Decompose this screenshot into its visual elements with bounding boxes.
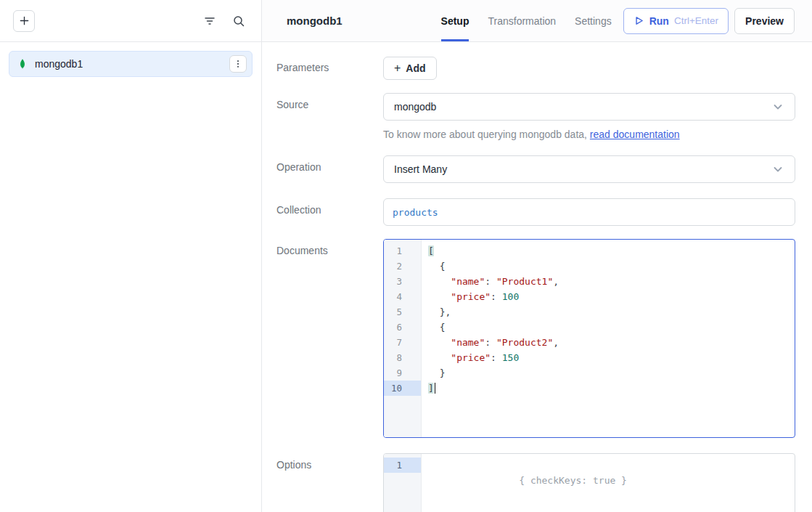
query-header: mongodb1 Setup Transformation Settings R… xyxy=(262,0,812,42)
line-number: 1 xyxy=(384,458,421,473)
query-panel: mongodb1 Setup Transformation Settings R… xyxy=(262,0,812,512)
collection-row: Collection products xyxy=(276,198,795,226)
chevron-down-icon xyxy=(771,100,784,113)
tab-transformation[interactable]: Transformation xyxy=(488,0,556,41)
code-line[interactable]: "price": 150 xyxy=(428,350,795,365)
line-number: 2 xyxy=(384,259,421,274)
tab-setup[interactable]: Setup xyxy=(441,0,469,41)
operation-select-value: Insert Many xyxy=(394,163,447,175)
documents-row: Documents 12345678910 [ { "name": "Produ… xyxy=(276,239,795,438)
filter-icon[interactable] xyxy=(200,12,219,31)
code-token: , xyxy=(553,276,559,287)
query-list: mongodb1 xyxy=(0,42,261,86)
query-list-item-mongodb1[interactable]: mongodb1 xyxy=(9,51,253,77)
parameters-row: Parameters + Add xyxy=(276,57,795,80)
kebab-icon xyxy=(234,60,242,68)
line-number: 7 xyxy=(384,335,421,350)
query-form: Parameters + Add Source mongodb xyxy=(262,42,812,512)
add-parameter-button[interactable]: + Add xyxy=(383,57,437,80)
read-documentation-link[interactable]: read documentation xyxy=(590,129,680,140)
source-select-value: mongodb xyxy=(394,101,436,113)
documents-label: Documents xyxy=(276,239,383,438)
options-code[interactable]: { checkKeys: true } xyxy=(422,454,795,512)
code-token: , xyxy=(553,337,559,348)
app-window: mongodb1 mongodb1 Setup Transformation S… xyxy=(0,0,812,512)
run-label: Run xyxy=(649,15,669,27)
tabs: Setup Transformation Settings xyxy=(441,0,612,41)
collection-value: products xyxy=(393,207,438,218)
code-token: { xyxy=(428,322,445,333)
operation-select[interactable]: Insert Many xyxy=(383,155,795,183)
code-token: }, xyxy=(428,306,451,317)
code-token xyxy=(428,276,451,287)
code-token: : xyxy=(491,291,502,302)
documents-code[interactable]: [ { "name": "Product1", "price": 100 }, … xyxy=(422,240,795,437)
line-number: 6 xyxy=(384,320,421,335)
operation-row: Operation Insert Many xyxy=(276,155,795,183)
helper-prefix: To know more about querying mongodb data… xyxy=(383,129,590,140)
plus-icon: + xyxy=(394,62,401,74)
code-line[interactable]: "name": "Product2", xyxy=(428,335,795,350)
code-line[interactable]: }, xyxy=(428,304,795,320)
code-line[interactable]: "price": 100 xyxy=(428,289,795,304)
code-token: : xyxy=(485,337,496,348)
line-number: 3 xyxy=(384,274,421,289)
code-token: { xyxy=(428,261,445,272)
source-select[interactable]: mongodb xyxy=(383,93,795,121)
code-token xyxy=(428,337,451,348)
code-token: 150 xyxy=(502,352,519,363)
code-token: "price" xyxy=(451,352,491,363)
chevron-down-icon xyxy=(771,163,784,176)
code-line[interactable]: { xyxy=(428,320,795,335)
code-line[interactable]: ] xyxy=(428,381,795,396)
documents-editor[interactable]: 12345678910 [ { "name": "Product1", "pri… xyxy=(383,239,795,438)
tab-settings[interactable]: Settings xyxy=(575,0,612,41)
code-token: "Product2" xyxy=(496,337,553,348)
options-gutter: 1 xyxy=(384,454,422,512)
line-number: 8 xyxy=(384,350,421,365)
code-token: "Product1" xyxy=(496,276,553,287)
options-editor[interactable]: 1 { checkKeys: true } xyxy=(383,453,795,512)
options-row: Options 1 { checkKeys: true } xyxy=(276,453,795,512)
query-title: mongodb1 xyxy=(287,0,343,41)
code-token: : xyxy=(485,276,496,287)
code-line[interactable]: { xyxy=(428,259,795,274)
code-token: "name" xyxy=(451,337,485,348)
collection-label: Collection xyxy=(276,198,383,226)
code-token: "name" xyxy=(451,276,485,287)
collection-input[interactable]: products xyxy=(383,198,795,226)
query-item-label: mongodb1 xyxy=(35,58,229,70)
source-helper-text: To know more about querying mongodb data… xyxy=(383,129,795,140)
code-token: 100 xyxy=(502,291,519,302)
code-token: ] xyxy=(428,383,434,394)
text-cursor xyxy=(435,383,436,394)
code-line[interactable]: { checkKeys: true } xyxy=(428,458,795,473)
code-line[interactable]: "name": "Product1", xyxy=(428,274,795,289)
code-token: } xyxy=(428,367,445,378)
options-label: Options xyxy=(276,453,383,512)
add-query-button[interactable] xyxy=(13,10,35,32)
source-row: Source mongodb To know more about queryi… xyxy=(276,93,795,140)
run-shortcut: Ctrl+Enter xyxy=(674,15,718,26)
run-button[interactable]: Run Ctrl+Enter xyxy=(623,8,729,34)
add-parameter-label: Add xyxy=(406,62,425,74)
code-token: : xyxy=(491,352,502,363)
code-token: "price" xyxy=(451,291,491,302)
code-line[interactable]: [ xyxy=(428,243,795,259)
preview-button[interactable]: Preview xyxy=(734,8,795,34)
mongodb-icon xyxy=(17,58,28,70)
query-sidebar: mongodb1 xyxy=(0,0,262,512)
search-icon[interactable] xyxy=(229,12,248,31)
source-label: Source xyxy=(276,93,383,140)
operation-label: Operation xyxy=(276,155,383,183)
documents-gutter: 12345678910 xyxy=(384,240,422,437)
options-placeholder: { checkKeys: true } xyxy=(519,475,627,486)
kebab-menu-button[interactable] xyxy=(229,55,247,73)
code-line[interactable]: } xyxy=(428,365,795,381)
code-token: [ xyxy=(428,245,434,256)
code-token xyxy=(428,291,451,302)
line-number: 1 xyxy=(384,243,421,259)
code-token xyxy=(428,352,451,363)
line-number: 10 xyxy=(384,381,421,396)
header-actions: Run Ctrl+Enter Preview xyxy=(623,0,795,41)
